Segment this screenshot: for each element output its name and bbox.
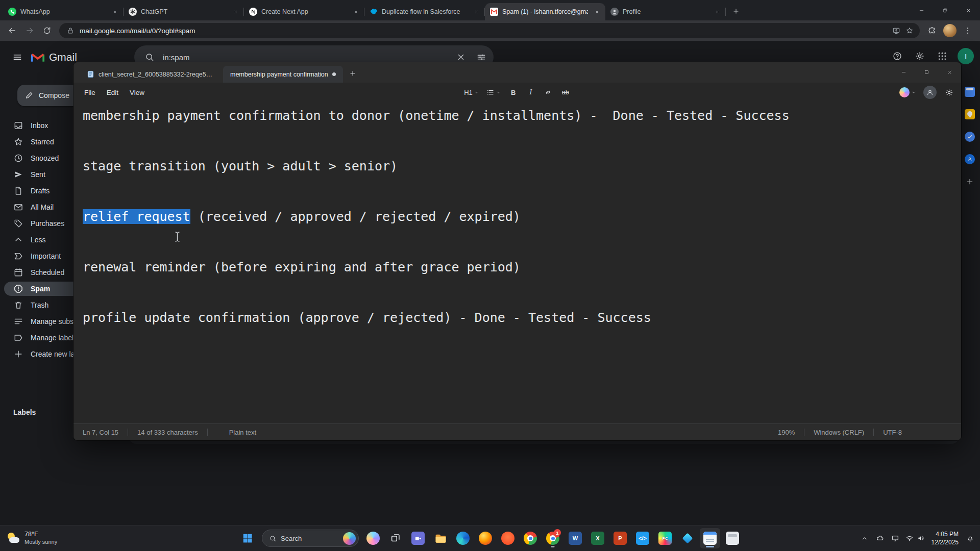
add-side-panel-app-button[interactable] bbox=[965, 177, 975, 187]
account-avatar[interactable]: i bbox=[958, 48, 974, 64]
taskbar-excel-button[interactable]: X bbox=[587, 528, 608, 548]
sidebar-item-label: Sent bbox=[31, 170, 45, 179]
weather-widget[interactable]: 78°F Mostly sunny bbox=[2, 525, 62, 551]
chevron-up-icon bbox=[13, 235, 23, 245]
taskbar-search-box[interactable]: Search bbox=[262, 530, 359, 547]
taskbar-vscode-button[interactable]: </> bbox=[632, 528, 653, 548]
editor-line bbox=[83, 225, 961, 242]
main-menu-button[interactable] bbox=[6, 46, 29, 68]
taskbar-app-window-button[interactable] bbox=[722, 528, 743, 548]
address-bar[interactable]: mail.google.com/mail/u/0/?ogbl#spam bbox=[59, 23, 920, 38]
status-zoom-level[interactable]: 190% bbox=[769, 429, 804, 436]
taskbar-chrome-profile-button[interactable]: 1 bbox=[543, 528, 563, 548]
status-encoding: UTF-8 bbox=[874, 429, 911, 436]
word-icon: W bbox=[569, 532, 582, 545]
browser-tab-duplicate-flow-in-salesforce[interactable]: Duplicate flow in Salesforce bbox=[364, 3, 485, 20]
browser-tab-chatgpt[interactable]: ChatGPT bbox=[124, 3, 244, 20]
new-tab-button[interactable] bbox=[729, 4, 743, 18]
compose-button[interactable]: Compose bbox=[17, 85, 80, 106]
notepad-tab-title: membership payment confirmation bbox=[230, 71, 328, 78]
taskbar-brave-button[interactable] bbox=[498, 528, 518, 548]
taskbar-edge-button[interactable] bbox=[453, 528, 473, 548]
notepad-tab-client-secret-2-60053885332-2r[interactable]: client_secret_2_60053885332-2reqe52rribc bbox=[80, 66, 223, 83]
browser-profile-avatar[interactable] bbox=[943, 24, 957, 37]
inbox-icon bbox=[13, 120, 23, 131]
teams-icon bbox=[411, 532, 425, 545]
network-volume-button[interactable] bbox=[903, 529, 927, 547]
screen-share-icon[interactable] bbox=[892, 27, 900, 35]
notepad-maximize-button[interactable] bbox=[915, 62, 938, 82]
taskbar-teams-button[interactable] bbox=[408, 528, 428, 548]
contacts-icon[interactable] bbox=[965, 154, 975, 164]
menu-edit[interactable]: Edit bbox=[101, 86, 124, 99]
taskbar-chrome-button[interactable] bbox=[520, 528, 541, 548]
notepad-settings-button[interactable] bbox=[942, 85, 956, 99]
browser-menu-button[interactable] bbox=[960, 22, 976, 39]
notepad-minimize-button[interactable] bbox=[892, 62, 915, 82]
browser-tab-spam-1-ishann-tforce-gmai[interactable]: Spam (1) - ishann.tforce@gmai bbox=[485, 3, 605, 20]
taskbar-azure-button[interactable] bbox=[677, 528, 698, 548]
close-button[interactable] bbox=[957, 0, 980, 20]
tasks-icon[interactable] bbox=[965, 132, 975, 142]
taskbar-firefox-button[interactable] bbox=[475, 528, 496, 548]
notepad-close-button[interactable] bbox=[938, 62, 961, 82]
minimize-button[interactable] bbox=[910, 0, 933, 20]
site-info-icon[interactable] bbox=[66, 27, 75, 35]
taskbar-notepad-button[interactable] bbox=[700, 528, 720, 548]
start-button[interactable] bbox=[237, 528, 258, 548]
task-view-icon bbox=[389, 532, 402, 545]
tab-close-icon[interactable] bbox=[713, 7, 722, 16]
taskbar-pycharm-button[interactable]: PC bbox=[655, 528, 675, 548]
taskbar-copilot-button[interactable] bbox=[363, 528, 383, 548]
back-button[interactable] bbox=[4, 22, 20, 39]
taskbar-clock[interactable]: 4:05 PM 12/2/2025 bbox=[927, 530, 963, 546]
notification-center-button[interactable] bbox=[963, 529, 978, 547]
menu-file[interactable]: File bbox=[79, 86, 101, 99]
keep-icon[interactable] bbox=[965, 109, 975, 119]
clock-icon bbox=[13, 153, 23, 163]
heading-button[interactable]: H1 bbox=[462, 85, 481, 99]
clock-date: 12/2/2025 bbox=[932, 538, 959, 546]
volume-icon bbox=[917, 534, 925, 542]
tab-close-icon[interactable] bbox=[231, 7, 240, 16]
restore-button[interactable] bbox=[933, 0, 957, 20]
scheduled-icon bbox=[13, 267, 23, 278]
strikethrough-button[interactable]: ab bbox=[558, 85, 573, 99]
display-tray-button[interactable] bbox=[888, 529, 903, 547]
bookmark-star-icon[interactable] bbox=[905, 27, 914, 35]
browser-tab-create-next-app[interactable]: Create Next App bbox=[244, 3, 364, 20]
hidden-icons-button[interactable] bbox=[857, 529, 872, 547]
editor-area[interactable]: membership payment confirmation to donor… bbox=[74, 102, 961, 423]
editor-line bbox=[83, 276, 961, 292]
browser-tab-whatsapp[interactable]: WhatsApp bbox=[3, 3, 124, 20]
menu-view[interactable]: View bbox=[124, 86, 150, 99]
notepad-tab-membership-payment-confirmatio[interactable]: membership payment confirmation bbox=[223, 66, 343, 83]
list-button[interactable] bbox=[484, 85, 503, 99]
browser-tab-profile[interactable]: Profile bbox=[605, 3, 726, 20]
tab-close-icon[interactable] bbox=[110, 7, 119, 16]
taskbar-file-explorer-button[interactable] bbox=[430, 528, 451, 548]
gear-icon bbox=[915, 51, 925, 61]
search-highlight-icon[interactable] bbox=[343, 532, 356, 545]
taskbar-powerpoint-button[interactable]: P bbox=[610, 528, 630, 548]
taskbar-task-view-button[interactable] bbox=[385, 528, 406, 548]
new-notepad-tab-button[interactable] bbox=[345, 66, 360, 81]
search-query[interactable]: in:spam bbox=[163, 53, 448, 62]
taskbar-word-button[interactable]: W bbox=[565, 528, 585, 548]
tab-close-icon[interactable] bbox=[592, 7, 601, 16]
link-button[interactable] bbox=[541, 85, 555, 99]
tab-title: Create Next App bbox=[261, 8, 347, 15]
onedrive-tray-button[interactable] bbox=[872, 529, 888, 547]
extensions-button[interactable] bbox=[924, 22, 940, 39]
italic-button[interactable]: I bbox=[524, 85, 538, 99]
gmail-side-panel bbox=[960, 73, 980, 525]
bold-button[interactable]: B bbox=[506, 85, 521, 99]
forward-button[interactable] bbox=[21, 22, 38, 39]
tab-close-icon[interactable] bbox=[472, 7, 481, 16]
tab-close-icon[interactable] bbox=[351, 7, 360, 16]
reload-button[interactable] bbox=[39, 22, 55, 39]
calendar-icon[interactable] bbox=[965, 87, 975, 97]
notepad-account-avatar[interactable] bbox=[923, 86, 937, 99]
copilot-button[interactable] bbox=[897, 85, 918, 99]
pencil-icon bbox=[24, 91, 34, 100]
